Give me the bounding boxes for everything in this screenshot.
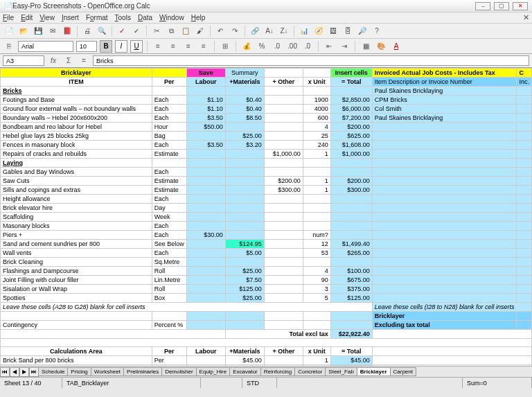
new-icon[interactable]: 📄 (3, 25, 15, 37)
menu-insert[interactable]: Insert (62, 14, 79, 21)
cell[interactable] (517, 114, 532, 123)
align-left-icon[interactable]: ≡ (152, 40, 164, 53)
cell[interactable]: See Below (152, 240, 186, 249)
font-color-icon[interactable]: A (390, 40, 402, 53)
cell[interactable] (186, 222, 225, 231)
cell[interactable] (517, 204, 532, 213)
cell[interactable]: 25 (303, 132, 330, 141)
cell[interactable] (186, 312, 225, 321)
sum-icon[interactable]: Σ (62, 55, 75, 67)
cell[interactable] (1, 330, 226, 339)
cell[interactable]: Repairs of cracks and rebuilds (1, 150, 152, 159)
justify-icon[interactable]: ≡ (197, 40, 210, 53)
cell[interactable]: $300.00 (264, 186, 303, 195)
cell[interactable]: 600 (303, 114, 330, 123)
cell[interactable] (186, 177, 225, 186)
cell[interactable] (264, 258, 303, 267)
cell[interactable] (186, 276, 225, 285)
cell[interactable]: Bricklayer (1, 69, 152, 78)
cell[interactable] (186, 150, 225, 159)
cell[interactable] (186, 213, 225, 222)
cell[interactable] (330, 87, 372, 96)
cell[interactable]: Bag (152, 132, 186, 141)
cell[interactable] (517, 159, 532, 168)
cell[interactable]: Each (152, 105, 186, 114)
cell[interactable] (186, 132, 225, 141)
cell[interactable] (186, 294, 225, 303)
cell[interactable] (517, 141, 532, 150)
save-icon[interactable]: 💾 (32, 25, 44, 37)
cell[interactable]: Each (152, 195, 186, 204)
cell[interactable] (264, 87, 303, 96)
cell[interactable] (330, 168, 372, 177)
cell[interactable]: $0.40 (225, 105, 264, 114)
cell[interactable] (225, 123, 264, 132)
cell[interactable] (264, 267, 303, 276)
cell[interactable]: $1.10 (186, 105, 225, 114)
cell[interactable] (303, 168, 330, 177)
cell[interactable]: Per (152, 347, 186, 356)
cell[interactable]: + Other (264, 78, 303, 87)
cell[interactable]: Each (152, 249, 186, 258)
cell[interactable]: C (517, 69, 532, 78)
cell[interactable] (303, 258, 330, 267)
cell[interactable] (517, 96, 532, 105)
cell[interactable]: 4 (303, 267, 330, 276)
menu-help[interactable]: Help (191, 14, 206, 21)
cell[interactable]: $1,499.40 (330, 240, 372, 249)
cell[interactable]: Estimate (152, 150, 186, 159)
cell[interactable] (186, 159, 225, 168)
cell[interactable] (517, 195, 532, 204)
cell[interactable]: Each (152, 96, 186, 105)
cell[interactable]: num? (303, 231, 330, 240)
cell[interactable]: $125.00 (330, 294, 372, 303)
cell[interactable] (264, 249, 303, 258)
cell[interactable] (186, 258, 225, 267)
cell[interactable]: Save (186, 69, 225, 78)
cell[interactable] (225, 231, 264, 240)
cell[interactable] (330, 213, 372, 222)
cell[interactable] (264, 159, 303, 168)
cell[interactable] (225, 312, 264, 321)
cell[interactable]: Piers + (1, 231, 152, 240)
styles-icon[interactable]: ⎘ (3, 40, 15, 53)
cell[interactable] (264, 123, 303, 132)
sort-asc-icon[interactable]: A↓ (263, 25, 276, 37)
cell[interactable] (1, 339, 532, 347)
cell[interactable]: 1 (303, 150, 330, 159)
cell[interactable]: Boundary walls – Hebel 200x600x200 (1, 114, 152, 123)
cell[interactable] (186, 186, 225, 195)
cell[interactable] (372, 123, 517, 132)
cell[interactable] (372, 347, 531, 356)
cell[interactable] (372, 249, 517, 258)
copy-icon[interactable]: ⧉ (165, 25, 177, 37)
cell[interactable] (186, 195, 225, 204)
cell[interactable] (303, 312, 330, 321)
cell[interactable]: $5.00 (225, 249, 264, 258)
cell[interactable]: CPM Bricks (372, 96, 517, 105)
cell[interactable] (1, 312, 152, 321)
close-button[interactable]: ✕ (513, 2, 528, 10)
cell[interactable] (225, 150, 264, 159)
cell[interactable] (303, 222, 330, 231)
cell[interactable]: Box (152, 294, 186, 303)
cell[interactable]: Paul Skaines Bricklaying (372, 114, 517, 123)
cell[interactable]: Brick Cleaning (1, 258, 152, 267)
cell[interactable] (152, 159, 186, 168)
cell[interactable] (330, 231, 372, 240)
inc-decimal-icon[interactable]: .00 (286, 40, 299, 53)
minimize-button[interactable]: – (475, 2, 490, 10)
cell[interactable]: Bondbeam and reo labour for Hebel (1, 123, 152, 132)
cell[interactable]: Bricklayer (372, 312, 517, 321)
sheet-tab-steel_fab[interactable]: Steel_Fab (325, 367, 357, 376)
chart-icon[interactable]: 📊 (298, 25, 310, 37)
cell[interactable] (517, 267, 532, 276)
cell[interactable] (372, 356, 531, 365)
paste-icon[interactable]: 📋 (179, 25, 192, 37)
cell[interactable]: $1.10 (186, 96, 225, 105)
cell[interactable]: Joint Filling with colour filler (1, 276, 152, 285)
navigator-icon[interactable]: 🧭 (312, 25, 325, 37)
sheet-tab-bricklayer[interactable]: Bricklayer (357, 367, 391, 376)
cell[interactable]: Gables and Bay Windows (1, 168, 152, 177)
cell[interactable] (372, 204, 517, 213)
